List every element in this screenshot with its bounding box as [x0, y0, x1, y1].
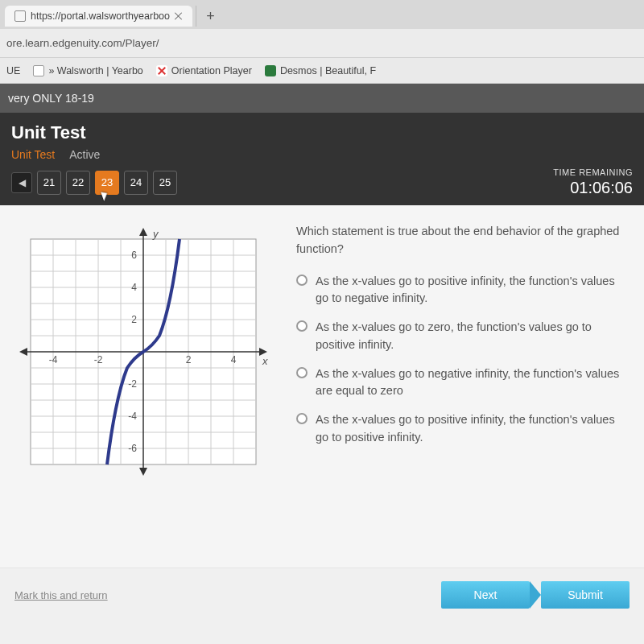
radio-icon[interactable] — [296, 413, 308, 424]
question-nav-21[interactable]: 21 — [37, 171, 61, 195]
svg-text:-4: -4 — [128, 411, 137, 422]
svg-text:-4: -4 — [49, 354, 58, 365]
answer-option-a[interactable]: As the x-values go to positive infinity,… — [296, 273, 630, 308]
banner-text: very ONLY 18-19 — [8, 92, 94, 105]
next-button[interactable]: Next — [441, 581, 530, 609]
answer-option-c[interactable]: As the x-values go to negative infinity,… — [296, 365, 630, 401]
mark-and-return-link[interactable]: Mark this and return — [14, 589, 108, 601]
svg-text:y: y — [152, 228, 159, 240]
svg-text:4: 4 — [231, 354, 237, 365]
svg-text:6: 6 — [131, 250, 137, 261]
svg-text:2: 2 — [131, 314, 137, 325]
graph-panel: -4-2 24 64 2 -2-4 -6 y x — [14, 223, 272, 553]
option-text: As the x-values go to positive infinity,… — [316, 273, 630, 308]
bookmark-label: Desmos | Beautiful, F — [280, 65, 376, 76]
question-prompt: Which statement is true about the end be… — [296, 223, 630, 258]
question-nav-23[interactable]: 23 — [95, 171, 119, 195]
url-text: ore.learn.edgenuity.com/Player/ — [6, 37, 159, 49]
x-icon — [156, 65, 167, 76]
option-text: As the x-values go to positive infinity,… — [316, 411, 630, 447]
bookmark-label: Orientation Player — [171, 65, 252, 76]
bookmark-orientation[interactable]: Orientation Player — [156, 65, 252, 76]
radio-icon[interactable] — [296, 367, 308, 378]
browser-tab[interactable]: https://portal.walsworthyearboo — [5, 6, 192, 27]
function-graph: -4-2 24 64 2 -2-4 -6 y x — [14, 223, 272, 481]
radio-icon[interactable] — [296, 320, 308, 332]
svg-marker-23 — [139, 228, 147, 236]
course-banner: very ONLY 18-19 — [0, 84, 644, 113]
timer-value: 01:06:06 — [553, 179, 633, 197]
page-title: Unit Test — [11, 122, 633, 143]
svg-marker-26 — [19, 348, 27, 356]
timer: TIME REMAINING 01:06:06 — [553, 167, 633, 197]
svg-text:-6: -6 — [128, 443, 137, 454]
question-nav-22[interactable]: 22 — [66, 171, 90, 195]
question-nav-24[interactable]: 24 — [124, 171, 148, 195]
svg-text:2: 2 — [186, 354, 192, 365]
option-text: As the x-values go to zero, the function… — [316, 319, 630, 354]
close-tab-icon[interactable] — [175, 12, 183, 20]
footer-bar: Mark this and return Next Submit — [0, 568, 644, 625]
content-area: -4-2 24 64 2 -2-4 -6 y x Which statement… — [0, 205, 644, 568]
question-block: Which statement is true about the end be… — [296, 223, 630, 553]
svg-text:4: 4 — [131, 282, 137, 293]
timer-label: TIME REMAINING — [553, 167, 633, 177]
breadcrumb-unit: Unit Test — [11, 148, 55, 161]
tab-bar: https://portal.walsworthyearboo + — [0, 0, 644, 29]
bookmark-walsworth[interactable]: » Walsworth | Yearbo — [33, 65, 142, 76]
bookmarks-bar: UE » Walsworth | Yearbo Orientation Play… — [0, 58, 644, 84]
svg-text:-2: -2 — [94, 354, 103, 365]
bookmark-label: » Walsworth | Yearbo — [48, 65, 142, 76]
svg-text:x: x — [262, 355, 268, 367]
bookmark-desmos[interactable]: Desmos | Beautiful, F — [265, 65, 376, 76]
new-tab-button[interactable]: + — [196, 6, 217, 27]
assessment-header: Unit Test Unit Test Active ◀ 21 22 23 24… — [0, 113, 644, 205]
svg-text:-2: -2 — [128, 378, 137, 390]
bookmark-ue[interactable]: UE — [6, 65, 20, 76]
svg-marker-24 — [139, 468, 147, 476]
tab-title: https://portal.walsworthyearboo — [31, 10, 170, 22]
question-nav-25[interactable]: 25 — [153, 171, 177, 195]
bookmark-label: UE — [6, 65, 20, 76]
page-icon — [33, 65, 44, 76]
address-bar[interactable]: ore.learn.edgenuity.com/Player/ — [0, 29, 644, 58]
prev-question-button[interactable]: ◀ — [11, 172, 32, 193]
option-text: As the x-values go to negative infinity,… — [316, 365, 630, 401]
submit-button[interactable]: Submit — [541, 581, 630, 609]
page-icon — [14, 10, 26, 22]
breadcrumb-status: Active — [69, 148, 100, 161]
desmos-icon — [265, 65, 276, 76]
browser-chrome: https://portal.walsworthyearboo + ore.le… — [0, 0, 644, 84]
answer-option-d[interactable]: As the x-values go to positive infinity,… — [296, 411, 630, 447]
answer-option-b[interactable]: As the x-values go to zero, the function… — [296, 319, 630, 354]
radio-icon[interactable] — [296, 275, 308, 286]
question-nav: ◀ 21 22 23 24 25 — [11, 171, 177, 195]
